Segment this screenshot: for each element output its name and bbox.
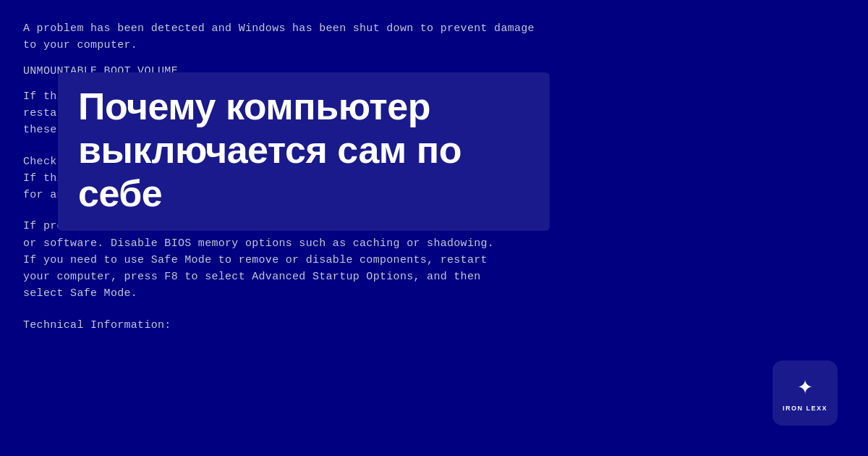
- article-title-overlay: Почему компьютер выключается сам по себе: [58, 72, 550, 231]
- logo-text: IRON LEXX: [783, 405, 827, 413]
- bsod-line15: or software. Disable BIOS memory options…: [23, 235, 845, 252]
- logo-badge: ✦ IRON LEXX: [773, 360, 838, 426]
- bsod-line18: select Safe Mode.: [23, 285, 845, 302]
- star-icon: ✦: [797, 374, 813, 400]
- bsod-line1: A problem has been detected and Windows …: [23, 20, 845, 37]
- title-line2: выключается сам по себе: [78, 129, 461, 214]
- bsod-screen: A problem has been detected and Windows …: [0, 0, 868, 456]
- bsod-line20: Technical Information:: [23, 317, 845, 334]
- bsod-line2: to your computer.: [23, 37, 845, 54]
- title-line1: Почему компьютер: [78, 85, 430, 127]
- bsod-line17: your computer, press F8 to select Advanc…: [23, 269, 845, 285]
- bsod-line16: If you need to use Safe Mode to remove o…: [23, 252, 845, 269]
- article-title: Почему компьютер выключается сам по себе: [78, 85, 529, 215]
